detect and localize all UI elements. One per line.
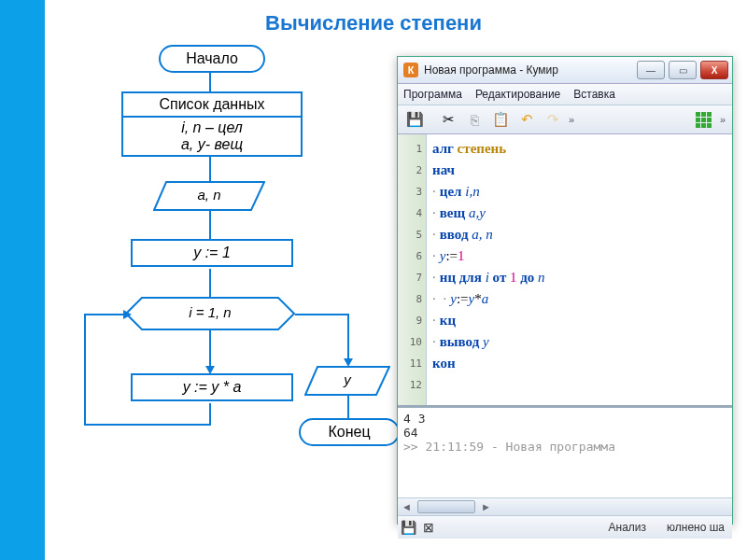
close-button[interactable]: X <box>700 61 728 79</box>
statusbar: 💾 ⊠ Анализ юлнено ша <box>398 515 732 539</box>
status-cancel-icon[interactable]: ⊠ <box>418 520 439 535</box>
flow-output: y <box>304 366 390 396</box>
flow-start: Начало <box>159 45 265 73</box>
flowchart: Начало Список данных i, n – целa, y- вещ… <box>56 45 392 560</box>
flow-data-block: Список данных i, n – целa, y- вещ <box>121 91 303 157</box>
status-done: юлнено ша <box>659 521 732 534</box>
window-title: Новая программа - Кумир <box>424 63 637 77</box>
maximize-button[interactable]: ▭ <box>669 61 697 79</box>
undo-icon[interactable]: ↶ <box>515 108 538 131</box>
menu-insert[interactable]: Вставка <box>573 88 615 101</box>
code-editor[interactable]: 123456789101112 алг степеньнач·цел i,n·в… <box>398 134 732 407</box>
minimize-button[interactable]: — <box>637 61 665 79</box>
flow-body: y := y * a <box>131 373 293 401</box>
status-analysis[interactable]: Анализ <box>596 521 660 534</box>
kumir-window: К Новая программа - Кумир — ▭ X Программ… <box>397 56 733 525</box>
menubar[interactable]: Программа Редактирование Вставка <box>398 84 732 105</box>
cut-icon[interactable]: ✂ <box>437 108 459 131</box>
paste-icon[interactable]: 📋 <box>489 108 512 131</box>
redo-icon[interactable]: ↷ <box>542 108 564 131</box>
copy-icon[interactable]: ⎘ <box>463 108 486 131</box>
flow-init: y := 1 <box>131 239 293 267</box>
output-pane[interactable]: 4 3 64 >> 21:11:59 - Новая программа <box>398 407 732 497</box>
grid-icon[interactable] <box>693 108 715 131</box>
toolbar-overflow[interactable]: » <box>566 114 577 125</box>
flow-end: Конец <box>299 418 400 446</box>
status-save-icon[interactable]: 💾 <box>398 520 418 535</box>
save-icon[interactable]: 💾 <box>403 108 426 131</box>
menu-program[interactable]: Программа <box>403 88 462 101</box>
toolbar-overflow-2[interactable]: » <box>717 114 728 125</box>
titlebar[interactable]: К Новая программа - Кумир — ▭ X <box>398 57 732 84</box>
menu-edit[interactable]: Редактирование <box>475 88 560 101</box>
toolbar: 💾 ✂ ⎘ 📋 ↶ ↷ » » <box>398 105 732 134</box>
scrollbar-horizontal[interactable]: ◄► <box>398 497 732 515</box>
flow-input: a, n <box>153 181 265 211</box>
flow-loop: i = 1, n <box>125 297 295 330</box>
page-title: Вычисление степени <box>0 11 747 35</box>
app-icon: К <box>403 63 418 77</box>
